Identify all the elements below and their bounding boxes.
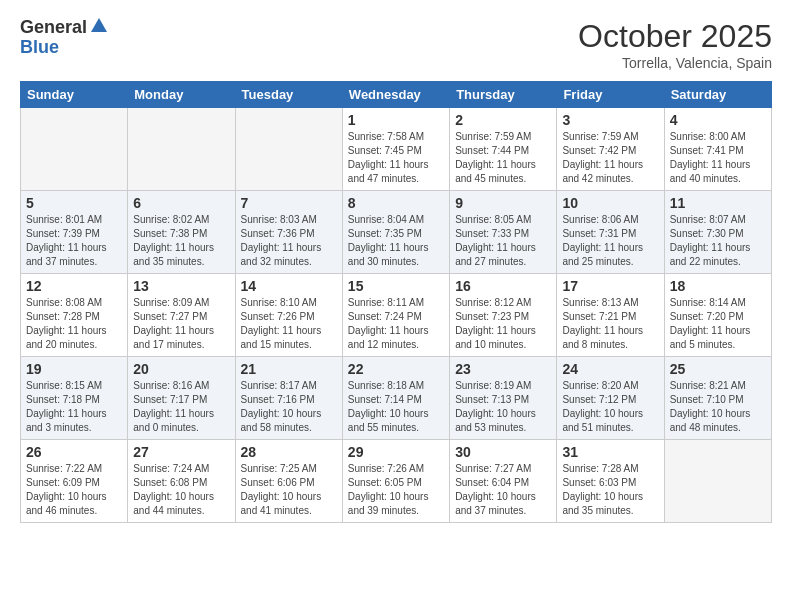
day-number: 22 bbox=[348, 361, 444, 377]
col-monday: Monday bbox=[128, 82, 235, 108]
day-number: 1 bbox=[348, 112, 444, 128]
day-number: 7 bbox=[241, 195, 337, 211]
day-number: 21 bbox=[241, 361, 337, 377]
day-number: 12 bbox=[26, 278, 122, 294]
day-number: 15 bbox=[348, 278, 444, 294]
table-row: 23Sunrise: 8:19 AM Sunset: 7:13 PM Dayli… bbox=[450, 357, 557, 440]
col-wednesday: Wednesday bbox=[342, 82, 449, 108]
day-info: Sunrise: 8:07 AM Sunset: 7:30 PM Dayligh… bbox=[670, 213, 766, 269]
logo: General Blue bbox=[20, 18, 109, 58]
title-section: October 2025 Torrella, Valencia, Spain bbox=[578, 18, 772, 71]
day-number: 8 bbox=[348, 195, 444, 211]
table-row bbox=[21, 108, 128, 191]
day-number: 16 bbox=[455, 278, 551, 294]
day-number: 2 bbox=[455, 112, 551, 128]
header: General Blue October 2025 Torrella, Vale… bbox=[20, 18, 772, 71]
day-number: 25 bbox=[670, 361, 766, 377]
day-info: Sunrise: 7:22 AM Sunset: 6:09 PM Dayligh… bbox=[26, 462, 122, 518]
table-row: 13Sunrise: 8:09 AM Sunset: 7:27 PM Dayli… bbox=[128, 274, 235, 357]
table-row: 29Sunrise: 7:26 AM Sunset: 6:05 PM Dayli… bbox=[342, 440, 449, 523]
table-row: 6Sunrise: 8:02 AM Sunset: 7:38 PM Daylig… bbox=[128, 191, 235, 274]
day-info: Sunrise: 7:24 AM Sunset: 6:08 PM Dayligh… bbox=[133, 462, 229, 518]
day-info: Sunrise: 7:28 AM Sunset: 6:03 PM Dayligh… bbox=[562, 462, 658, 518]
table-row bbox=[128, 108, 235, 191]
day-info: Sunrise: 7:59 AM Sunset: 7:42 PM Dayligh… bbox=[562, 130, 658, 186]
day-number: 30 bbox=[455, 444, 551, 460]
day-info: Sunrise: 8:03 AM Sunset: 7:36 PM Dayligh… bbox=[241, 213, 337, 269]
table-row: 24Sunrise: 8:20 AM Sunset: 7:12 PM Dayli… bbox=[557, 357, 664, 440]
day-number: 23 bbox=[455, 361, 551, 377]
table-row: 31Sunrise: 7:28 AM Sunset: 6:03 PM Dayli… bbox=[557, 440, 664, 523]
col-thursday: Thursday bbox=[450, 82, 557, 108]
day-info: Sunrise: 8:16 AM Sunset: 7:17 PM Dayligh… bbox=[133, 379, 229, 435]
table-row: 10Sunrise: 8:06 AM Sunset: 7:31 PM Dayli… bbox=[557, 191, 664, 274]
day-info: Sunrise: 8:02 AM Sunset: 7:38 PM Dayligh… bbox=[133, 213, 229, 269]
day-info: Sunrise: 8:17 AM Sunset: 7:16 PM Dayligh… bbox=[241, 379, 337, 435]
day-info: Sunrise: 8:15 AM Sunset: 7:18 PM Dayligh… bbox=[26, 379, 122, 435]
table-row: 30Sunrise: 7:27 AM Sunset: 6:04 PM Dayli… bbox=[450, 440, 557, 523]
table-row: 8Sunrise: 8:04 AM Sunset: 7:35 PM Daylig… bbox=[342, 191, 449, 274]
day-number: 17 bbox=[562, 278, 658, 294]
table-row: 21Sunrise: 8:17 AM Sunset: 7:16 PM Dayli… bbox=[235, 357, 342, 440]
table-row: 5Sunrise: 8:01 AM Sunset: 7:39 PM Daylig… bbox=[21, 191, 128, 274]
table-row: 15Sunrise: 8:11 AM Sunset: 7:24 PM Dayli… bbox=[342, 274, 449, 357]
day-info: Sunrise: 8:18 AM Sunset: 7:14 PM Dayligh… bbox=[348, 379, 444, 435]
day-info: Sunrise: 7:26 AM Sunset: 6:05 PM Dayligh… bbox=[348, 462, 444, 518]
day-number: 20 bbox=[133, 361, 229, 377]
table-row: 22Sunrise: 8:18 AM Sunset: 7:14 PM Dayli… bbox=[342, 357, 449, 440]
logo-general: General bbox=[20, 18, 87, 38]
col-friday: Friday bbox=[557, 82, 664, 108]
day-number: 24 bbox=[562, 361, 658, 377]
day-info: Sunrise: 7:27 AM Sunset: 6:04 PM Dayligh… bbox=[455, 462, 551, 518]
day-number: 27 bbox=[133, 444, 229, 460]
header-row: Sunday Monday Tuesday Wednesday Thursday… bbox=[21, 82, 772, 108]
day-number: 6 bbox=[133, 195, 229, 211]
day-info: Sunrise: 8:04 AM Sunset: 7:35 PM Dayligh… bbox=[348, 213, 444, 269]
table-row: 14Sunrise: 8:10 AM Sunset: 7:26 PM Dayli… bbox=[235, 274, 342, 357]
calendar-week-4: 19Sunrise: 8:15 AM Sunset: 7:18 PM Dayli… bbox=[21, 357, 772, 440]
table-row: 3Sunrise: 7:59 AM Sunset: 7:42 PM Daylig… bbox=[557, 108, 664, 191]
table-row: 28Sunrise: 7:25 AM Sunset: 6:06 PM Dayli… bbox=[235, 440, 342, 523]
day-info: Sunrise: 7:58 AM Sunset: 7:45 PM Dayligh… bbox=[348, 130, 444, 186]
location: Torrella, Valencia, Spain bbox=[578, 55, 772, 71]
table-row bbox=[235, 108, 342, 191]
day-info: Sunrise: 8:09 AM Sunset: 7:27 PM Dayligh… bbox=[133, 296, 229, 352]
day-number: 31 bbox=[562, 444, 658, 460]
day-number: 3 bbox=[562, 112, 658, 128]
col-sunday: Sunday bbox=[21, 82, 128, 108]
table-row bbox=[664, 440, 771, 523]
table-row: 17Sunrise: 8:13 AM Sunset: 7:21 PM Dayli… bbox=[557, 274, 664, 357]
table-row: 20Sunrise: 8:16 AM Sunset: 7:17 PM Dayli… bbox=[128, 357, 235, 440]
calendar-week-1: 1Sunrise: 7:58 AM Sunset: 7:45 PM Daylig… bbox=[21, 108, 772, 191]
day-number: 28 bbox=[241, 444, 337, 460]
day-number: 10 bbox=[562, 195, 658, 211]
table-row: 7Sunrise: 8:03 AM Sunset: 7:36 PM Daylig… bbox=[235, 191, 342, 274]
month-title: October 2025 bbox=[578, 18, 772, 55]
table-row: 27Sunrise: 7:24 AM Sunset: 6:08 PM Dayli… bbox=[128, 440, 235, 523]
day-info: Sunrise: 7:25 AM Sunset: 6:06 PM Dayligh… bbox=[241, 462, 337, 518]
day-number: 26 bbox=[26, 444, 122, 460]
day-number: 18 bbox=[670, 278, 766, 294]
table-row: 26Sunrise: 7:22 AM Sunset: 6:09 PM Dayli… bbox=[21, 440, 128, 523]
table-row: 1Sunrise: 7:58 AM Sunset: 7:45 PM Daylig… bbox=[342, 108, 449, 191]
calendar: Sunday Monday Tuesday Wednesday Thursday… bbox=[20, 81, 772, 523]
col-saturday: Saturday bbox=[664, 82, 771, 108]
table-row: 4Sunrise: 8:00 AM Sunset: 7:41 PM Daylig… bbox=[664, 108, 771, 191]
day-number: 19 bbox=[26, 361, 122, 377]
day-info: Sunrise: 8:05 AM Sunset: 7:33 PM Dayligh… bbox=[455, 213, 551, 269]
day-info: Sunrise: 8:01 AM Sunset: 7:39 PM Dayligh… bbox=[26, 213, 122, 269]
table-row: 2Sunrise: 7:59 AM Sunset: 7:44 PM Daylig… bbox=[450, 108, 557, 191]
calendar-week-5: 26Sunrise: 7:22 AM Sunset: 6:09 PM Dayli… bbox=[21, 440, 772, 523]
table-row: 9Sunrise: 8:05 AM Sunset: 7:33 PM Daylig… bbox=[450, 191, 557, 274]
day-info: Sunrise: 8:06 AM Sunset: 7:31 PM Dayligh… bbox=[562, 213, 658, 269]
table-row: 11Sunrise: 8:07 AM Sunset: 7:30 PM Dayli… bbox=[664, 191, 771, 274]
day-number: 9 bbox=[455, 195, 551, 211]
day-info: Sunrise: 8:08 AM Sunset: 7:28 PM Dayligh… bbox=[26, 296, 122, 352]
day-info: Sunrise: 8:11 AM Sunset: 7:24 PM Dayligh… bbox=[348, 296, 444, 352]
table-row: 19Sunrise: 8:15 AM Sunset: 7:18 PM Dayli… bbox=[21, 357, 128, 440]
logo-blue: Blue bbox=[20, 38, 109, 58]
logo-icon bbox=[89, 16, 109, 36]
col-tuesday: Tuesday bbox=[235, 82, 342, 108]
page: General Blue October 2025 Torrella, Vale… bbox=[0, 0, 792, 612]
calendar-week-2: 5Sunrise: 8:01 AM Sunset: 7:39 PM Daylig… bbox=[21, 191, 772, 274]
